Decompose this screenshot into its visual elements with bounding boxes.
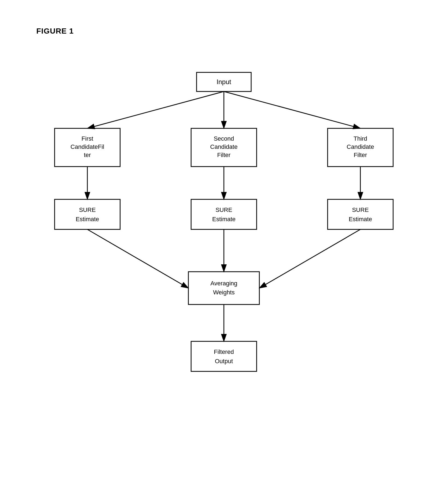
diagram-container: Input First CandidateFil ter Second Cand…	[0, 60, 448, 492]
svg-text:ter: ter	[84, 152, 91, 158]
svg-text:Filtered: Filtered	[214, 348, 234, 355]
svg-text:Second: Second	[214, 135, 234, 142]
svg-text:Estimate: Estimate	[212, 216, 236, 223]
svg-line-30	[87, 91, 224, 128]
diagram-svg: Input First CandidateFil ter Second Cand…	[0, 60, 448, 492]
svg-rect-17	[191, 199, 257, 229]
svg-text:SURE: SURE	[79, 206, 96, 213]
svg-text:Candidate: Candidate	[210, 143, 238, 150]
svg-rect-23	[188, 272, 259, 304]
svg-text:SURE: SURE	[215, 206, 232, 213]
svg-text:Estimate: Estimate	[76, 216, 99, 223]
svg-text:Filter: Filter	[354, 152, 367, 158]
svg-rect-20	[328, 199, 393, 229]
svg-text:First: First	[82, 135, 93, 142]
svg-line-36	[87, 229, 188, 288]
svg-rect-26	[191, 341, 257, 371]
svg-text:Filter: Filter	[217, 152, 231, 158]
svg-text:Third: Third	[354, 135, 367, 142]
svg-text:Estimate: Estimate	[349, 216, 372, 223]
svg-text:SURE: SURE	[352, 206, 369, 213]
svg-line-32	[224, 91, 360, 128]
svg-text:Candidate: Candidate	[347, 143, 374, 150]
svg-text:Averaging: Averaging	[210, 280, 238, 287]
figure-label: FIGURE 1	[36, 27, 74, 35]
svg-rect-14	[55, 199, 120, 229]
svg-text:Output: Output	[215, 358, 233, 365]
svg-text:CandidateFil: CandidateFil	[70, 143, 104, 150]
svg-text:Weights: Weights	[213, 289, 235, 296]
svg-text:Input: Input	[216, 78, 231, 85]
svg-line-38	[259, 229, 360, 288]
